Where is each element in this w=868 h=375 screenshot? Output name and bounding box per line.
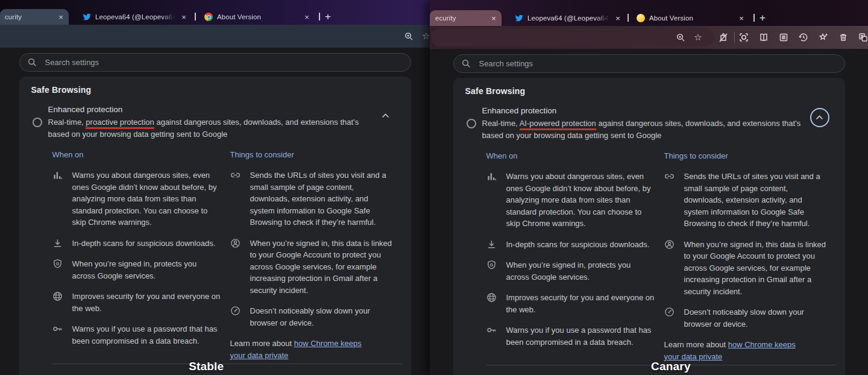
- account-circle-icon: [230, 238, 242, 297]
- column-header: When on: [486, 151, 664, 160]
- enhanced-protection-row[interactable]: Enhanced protection Real-time, AI-powere…: [465, 106, 833, 141]
- translate-icon[interactable]: [858, 32, 868, 43]
- notes-icon[interactable]: [778, 32, 789, 43]
- bookmark-star-icon[interactable]: ☆: [693, 32, 703, 43]
- benefit-text: When you’re signed in, protects you acro…: [72, 258, 221, 282]
- tab-divider: [319, 13, 320, 20]
- benefit-item: G When you’re signed in, protects you ac…: [52, 258, 230, 282]
- tab-title: curity: [5, 13, 54, 20]
- new-tab-button[interactable]: +: [321, 10, 335, 24]
- desc-prefix: Real-time,: [482, 119, 520, 128]
- row-divider: [52, 364, 402, 364]
- benefit-item: Warns you if you use a password that has…: [52, 323, 230, 347]
- new-tab-button[interactable]: +: [756, 11, 769, 25]
- zoom-in-icon[interactable]: [403, 31, 414, 42]
- tab-close-icon[interactable]: ×: [302, 13, 312, 22]
- benefit-text: Warns you if you use a password that has…: [72, 323, 221, 347]
- enhanced-protection-text: Enhanced protection Real-time, proactive…: [48, 105, 373, 140]
- consideration-item: Doesn’t noticeably slow down your browse…: [664, 306, 830, 330]
- enhanced-protection-radio[interactable]: [467, 119, 476, 128]
- consideration-text: Doesn’t noticeably slow down your browse…: [684, 306, 829, 330]
- extension-off-icon[interactable]: [718, 32, 729, 43]
- history-icon[interactable]: [798, 32, 809, 43]
- key-icon: [52, 323, 64, 347]
- focus-ring: [810, 108, 829, 127]
- address-bar[interactable]: [431, 28, 714, 46]
- bookmark-star-icon[interactable]: ☆: [421, 31, 430, 42]
- tab-title: About Version: [217, 13, 300, 20]
- highlighted-phrase: proactive protection: [86, 118, 154, 129]
- benefit-text: In-depth scans for suspicious downloads.: [506, 239, 650, 251]
- search-icon: [462, 59, 471, 68]
- stable-annotation-label: Stable: [189, 360, 224, 373]
- settings-page-canary: Search settings Safe Browsing Enhanced p…: [430, 49, 868, 375]
- lens-icon[interactable]: [738, 32, 749, 43]
- row-title: Enhanced protection: [482, 106, 807, 115]
- svg-text:G: G: [55, 261, 59, 266]
- benefit-item: Warns you about dangerous sites, even on…: [52, 169, 230, 228]
- twitter-icon: [515, 14, 523, 22]
- consideration-text: When you’re signed in, this data is link…: [250, 238, 395, 297]
- safe-browsing-card: Safe Browsing Enhanced protection Real-t…: [453, 78, 845, 375]
- download-icon: [486, 239, 498, 251]
- learn-more-text: Learn more about how Chrome keeps your d…: [230, 338, 378, 361]
- benefit-item: Improves security for you and everyone o…: [52, 291, 230, 314]
- tab-title: Leopeva64 (@Leopeva64) / Twi: [95, 13, 177, 20]
- collapse-button[interactable]: [807, 106, 833, 141]
- consideration-item: When you’re signed in, this data is link…: [230, 238, 396, 297]
- tab-about-version[interactable]: About Version ×: [631, 10, 749, 26]
- tab-about-version[interactable]: About Version ×: [199, 9, 315, 25]
- consideration-item: Doesn’t noticeably slow down your browse…: [230, 305, 396, 329]
- benefit-item: G When you’re signed in, protects you ac…: [486, 259, 664, 283]
- details-columns: When on Warns you about dangerous sites,…: [465, 151, 833, 362]
- consideration-text: When you’re signed in, this data is link…: [684, 239, 829, 298]
- learn-more-prefix: Learn more about: [230, 339, 294, 348]
- speedometer-icon: [664, 306, 676, 330]
- delete-icon[interactable]: [838, 32, 849, 43]
- column-header: When on: [52, 150, 230, 159]
- globe-icon: [52, 291, 64, 314]
- learn-more-text: Learn more about how Chrome keeps your d…: [664, 339, 812, 362]
- speedometer-icon: [230, 305, 242, 329]
- tab-close-icon[interactable]: ×: [737, 14, 746, 23]
- tab-close-icon[interactable]: ×: [613, 14, 623, 23]
- column-header: Things to consider: [664, 151, 830, 160]
- search-icon: [28, 58, 37, 67]
- search-settings-input[interactable]: Search settings: [453, 54, 845, 73]
- account-circle-icon: [664, 239, 676, 298]
- consideration-text: Sends the URLs of sites you visit and a …: [250, 169, 395, 228]
- browser-window-stable: curity × Leopeva64 (@Leopeva64) / Twi × …: [0, 0, 430, 375]
- chevron-up-icon: [382, 113, 389, 118]
- learn-more-prefix: Learn more about: [664, 340, 728, 349]
- tab-security[interactable]: curity ×: [0, 9, 69, 25]
- toolbar-canary: ☆: [430, 26, 868, 49]
- tab-twitter[interactable]: Leopeva64 (@Leopeva64) / Tw ×: [509, 10, 626, 26]
- tab-close-icon[interactable]: ×: [56, 13, 66, 22]
- google-shield-icon: G: [486, 259, 498, 283]
- section-title: Safe Browsing: [31, 85, 399, 95]
- enhanced-protection-row[interactable]: Enhanced protection Real-time, proactive…: [31, 105, 399, 140]
- tab-twitter[interactable]: Leopeva64 (@Leopeva64) / Twi ×: [77, 9, 192, 25]
- google-shield-icon: G: [52, 258, 64, 282]
- consideration-item: Sends the URLs of sites you visit and a …: [230, 169, 396, 228]
- bookmark-sparkle-icon[interactable]: [818, 32, 829, 43]
- column-header: Things to consider: [230, 150, 396, 159]
- tab-close-icon[interactable]: ×: [179, 13, 189, 22]
- tab-divider: [753, 14, 755, 22]
- benefit-item: In-depth scans for suspicious downloads.: [52, 238, 230, 250]
- reading-list-icon[interactable]: [758, 32, 769, 43]
- safe-browsing-card: Safe Browsing Enhanced protection Real-t…: [19, 77, 411, 375]
- tab-close-icon[interactable]: ×: [489, 14, 498, 23]
- search-settings-input[interactable]: Search settings: [19, 53, 411, 72]
- benefit-text: In-depth scans for suspicious downloads.: [72, 238, 216, 250]
- bar-chart-icon: [486, 171, 498, 230]
- benefit-text: Warns you if you use a password that has…: [506, 324, 655, 348]
- collapse-button[interactable]: [373, 105, 399, 140]
- things-to-consider-column: Things to consider Sends the URLs of sit…: [664, 151, 830, 362]
- tab-security[interactable]: ecurity ×: [430, 10, 502, 26]
- key-icon: [486, 324, 498, 348]
- zoom-in-icon[interactable]: [675, 32, 686, 43]
- consideration-text: Doesn’t noticeably slow down your browse…: [250, 305, 395, 329]
- benefit-text: Warns you about dangerous sites, even on…: [72, 169, 221, 228]
- enhanced-protection-radio[interactable]: [33, 118, 42, 127]
